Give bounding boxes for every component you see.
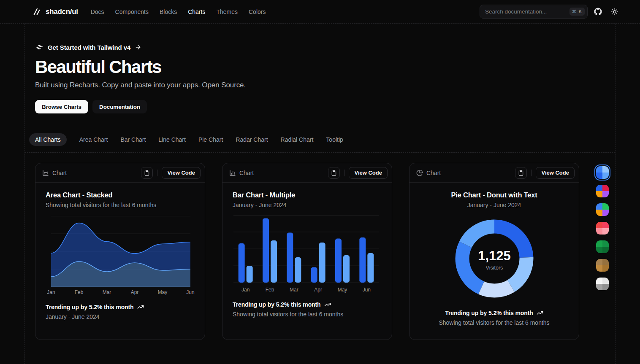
tab-radar-chart[interactable]: Radar Chart bbox=[236, 136, 268, 143]
tab-all-charts[interactable]: All Charts bbox=[29, 133, 67, 146]
card-toolbar: Chart View Code bbox=[409, 163, 579, 183]
top-nav: shadcn/ui DocsComponentsBlocksChartsThem… bbox=[0, 0, 640, 24]
theme-swatch-column bbox=[596, 163, 609, 360]
copy-code-button[interactable] bbox=[515, 167, 527, 179]
x-tick-label: Feb bbox=[266, 287, 274, 293]
swatch-quadrant bbox=[602, 166, 609, 173]
swatch-quadrant bbox=[602, 284, 609, 290]
swatch-quadrant bbox=[596, 191, 602, 197]
swatch-quadrant bbox=[602, 210, 609, 216]
theme-toggle-button[interactable] bbox=[608, 5, 621, 19]
x-tick-label: Jan bbox=[47, 289, 55, 295]
swatch-quadrant bbox=[596, 265, 602, 272]
x-tick-label: Apr bbox=[131, 289, 139, 295]
toolbar-separator bbox=[157, 170, 157, 176]
theme-swatch-green[interactable] bbox=[596, 240, 609, 253]
nav-link-colors[interactable]: Colors bbox=[249, 8, 266, 15]
tailwind-icon bbox=[35, 43, 43, 51]
chart-card-title: Area Chart - Stacked bbox=[46, 191, 195, 199]
brand-logo[interactable]: shadcn/ui bbox=[32, 7, 78, 16]
swatch-quadrant bbox=[602, 265, 609, 272]
nav-links: DocsComponentsBlocksChartsThemesColors bbox=[91, 8, 266, 15]
donut-chart-plot: 1,125Visitors bbox=[454, 218, 534, 299]
tab-bar-chart[interactable]: Bar Chart bbox=[120, 136, 146, 143]
x-tick-label: Mar bbox=[103, 289, 111, 295]
tab-area-chart[interactable]: Area Chart bbox=[79, 136, 108, 143]
chart-card-subtitle: January - June 2024 bbox=[233, 202, 382, 208]
swatch-quadrant bbox=[602, 247, 609, 253]
tailwind-banner-link[interactable]: Get Started with Tailwind v4 bbox=[35, 43, 605, 51]
x-tick-label: Apr bbox=[314, 287, 322, 293]
trending-up-icon bbox=[137, 304, 144, 310]
swatch-quadrant bbox=[602, 222, 609, 228]
swatch-quadrant bbox=[602, 191, 609, 197]
trending-up-icon bbox=[324, 301, 331, 308]
view-code-button[interactable]: View Code bbox=[162, 167, 201, 179]
toolbar-separator bbox=[531, 170, 532, 176]
theme-swatch-blue[interactable] bbox=[596, 166, 609, 179]
nav-link-themes[interactable]: Themes bbox=[216, 8, 238, 15]
bar-chart-icon bbox=[229, 170, 236, 176]
card-toolbar-label: Chart bbox=[52, 170, 67, 176]
brand-name: shadcn/ui bbox=[46, 8, 78, 16]
documentation-button[interactable]: Documentation bbox=[92, 100, 147, 113]
sun-icon bbox=[611, 8, 618, 16]
nav-link-blocks[interactable]: Blocks bbox=[160, 8, 177, 15]
trend-text: Trending up by 5.2% this month bbox=[445, 310, 533, 316]
nav-link-components[interactable]: Components bbox=[115, 8, 149, 15]
trend-text: Trending up by 5.2% this month bbox=[46, 304, 134, 310]
card-toolbar-label: Chart bbox=[426, 170, 441, 176]
x-tick-label: Jun bbox=[363, 287, 371, 293]
hero-section: Get Started with Tailwind v4 Beautiful C… bbox=[25, 24, 615, 127]
x-tick-label: Jun bbox=[186, 289, 194, 295]
theme-swatch-default[interactable] bbox=[596, 185, 609, 197]
x-tick-label: May bbox=[338, 287, 347, 293]
nav-link-docs[interactable]: Docs bbox=[91, 8, 104, 15]
toolbar-separator bbox=[344, 170, 344, 176]
theme-swatch-amber[interactable] bbox=[596, 259, 609, 272]
swatch-quadrant bbox=[602, 278, 609, 284]
card-toolbar: Chart View Code bbox=[222, 163, 392, 183]
swatch-quadrant bbox=[596, 173, 602, 179]
theme-swatch-mono[interactable] bbox=[596, 278, 609, 290]
view-code-button[interactable]: View Code bbox=[536, 167, 575, 179]
browse-charts-button[interactable]: Browse Charts bbox=[35, 100, 88, 113]
tab-radial-chart[interactable]: Radial Chart bbox=[281, 136, 314, 143]
area-chart-x-axis: JanFebMarAprMayJun bbox=[51, 289, 190, 297]
chart-type-tabs: All ChartsArea ChartBar ChartLine ChartP… bbox=[25, 127, 615, 153]
swatch-quadrant bbox=[602, 185, 609, 191]
search-box[interactable]: ⌘ K bbox=[480, 5, 588, 19]
github-button[interactable] bbox=[591, 5, 605, 19]
view-code-button[interactable]: View Code bbox=[349, 167, 388, 179]
x-tick-label: May bbox=[158, 289, 168, 295]
trending-up-icon bbox=[537, 310, 543, 316]
footer-secondary-text: January - June 2024 bbox=[46, 313, 195, 320]
tab-line-chart[interactable]: Line Chart bbox=[158, 136, 186, 143]
tab-pie-chart[interactable]: Pie Chart bbox=[198, 136, 223, 143]
copy-code-button[interactable] bbox=[141, 167, 153, 179]
theme-swatch-vibrant[interactable] bbox=[596, 203, 609, 216]
footer-secondary-text: Showing total visitors for the last 6 mo… bbox=[420, 319, 569, 326]
swatch-quadrant bbox=[602, 259, 609, 265]
bar-chart-plot bbox=[233, 215, 379, 285]
swatch-quadrant bbox=[596, 228, 602, 235]
trend-text: Trending up by 5.2% this month bbox=[233, 301, 321, 308]
banner-text: Get Started with Tailwind v4 bbox=[48, 44, 130, 51]
swatch-quadrant bbox=[596, 259, 602, 265]
swatch-quadrant bbox=[596, 166, 602, 173]
content-frame: Get Started with Tailwind v4 Beautiful C… bbox=[24, 24, 616, 364]
copy-code-button[interactable] bbox=[328, 167, 340, 179]
swatch-quadrant bbox=[596, 222, 602, 228]
swatch-quadrant bbox=[596, 284, 602, 290]
swatch-quadrant bbox=[602, 240, 609, 247]
swatch-quadrant bbox=[602, 228, 609, 235]
x-tick-label: Jan bbox=[241, 287, 249, 293]
pie-chart-card: Chart View Code Pie Chart - bbox=[409, 163, 579, 340]
clipboard-icon bbox=[518, 170, 524, 176]
x-tick-label: Mar bbox=[290, 287, 298, 293]
nav-link-charts[interactable]: Charts bbox=[188, 8, 205, 15]
theme-swatch-red[interactable] bbox=[596, 222, 609, 235]
swatch-quadrant bbox=[596, 247, 602, 253]
tab-tooltip[interactable]: Tooltip bbox=[326, 136, 343, 143]
search-input[interactable] bbox=[485, 8, 569, 15]
